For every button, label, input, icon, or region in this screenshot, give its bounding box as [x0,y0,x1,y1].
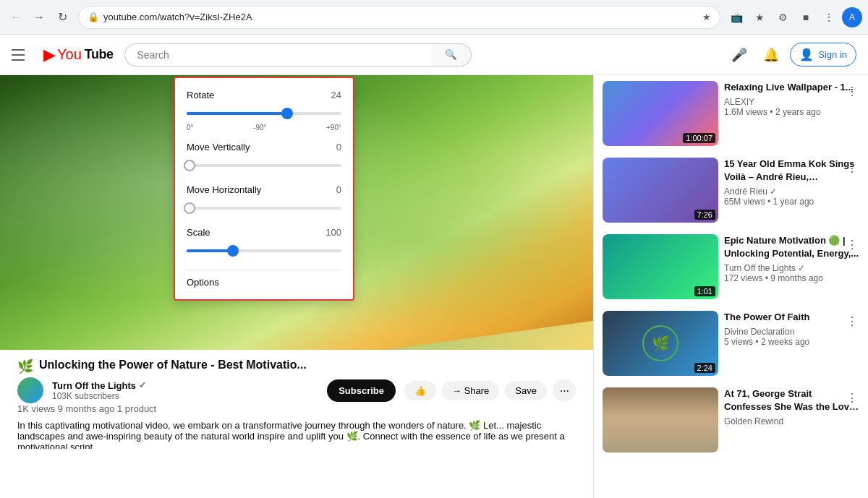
sidebar-item[interactable]: At 71, George Strait Confesses She Was t… [594,382,868,458]
sidebar-title-5: At 71, George Strait Confesses She Was t… [724,387,859,413]
rotate-slider-track [187,105,341,122]
sidebar-more-5[interactable]: ⋮ [842,387,862,408]
move-horizontally-slider-container [187,199,341,217]
sidebar-channel-3: Turn Off the Lights ✓ [724,263,859,273]
thumb-duration-3: 1:01 [694,286,715,296]
move-vertically-label: Move Vertically [187,142,250,153]
move-vertically-header-row: Move Vertically 0 [187,142,341,153]
move-vertically-slider-track [187,157,341,174]
channel-avatar-img [17,377,43,403]
sidebar-meta-4: 5 views • 2 weeks ago [724,337,859,347]
move-horizontally-slider-track [187,199,341,217]
sidebar-thumb-inner-4: 🌿 [642,325,678,361]
move-vertically-slider-bg [187,164,341,167]
scale-slider-fill [187,249,233,252]
move-vertically-slider-thumb[interactable] [184,160,195,171]
subscribe-button[interactable]: Subscribe [327,379,396,402]
youtube-logo-icon: ▶ [43,46,56,64]
address-bar[interactable]: 🔒 youtube.com/watch?v=ZiksI-ZHe2A ★ [78,6,720,29]
sidebar: 1:00:07 Relaxing Live Wallpaper - 1... A… [593,75,868,498]
sidebar-channel-4: Divine Declaration [724,327,859,337]
move-horizontally-header-row: Move Horizontally 0 [187,184,341,195]
title-emoji: 🌿 [17,359,33,374]
rotate-labels: 0° -90° +90° [187,124,341,132]
sign-in-label: Sign in [818,49,847,60]
sidebar-thumb-3: 1:01 [603,234,718,299]
move-vertically-value: 0 [336,142,341,153]
rotate-header-row: Rotate 24 [187,90,341,100]
channel-row: Turn Off the Lights ✓ 103K subscribers S… [17,377,576,403]
browser-actions: 📺 ★ ⚙ ■ ⋮ A [726,7,862,27]
sidebar-channel-2: André Rieu ✓ [724,186,859,197]
extensions-button[interactable]: ■ [796,7,816,27]
channel-name-row: Turn Off the Lights ✓ [52,380,318,391]
thumb-duration-2: 7:26 [694,210,715,220]
profile-button[interactable]: A [842,7,862,27]
sidebar-title-4: The Power Of Faith [724,311,859,324]
sidebar-more-2[interactable]: ⋮ [842,158,862,178]
sidebar-title-1: Relaxing Live Wallpaper - 1... [724,81,859,94]
sidebar-thumb-4: 🌿 2:24 [603,311,718,376]
scale-header-row: Scale 100 [187,227,341,238]
rotate-label-pos90: +90° [326,124,341,132]
sidebar-meta-1: 1.6M views • 2 years ago [724,107,859,117]
like-button[interactable]: 👍 [404,381,436,400]
sign-in-button[interactable]: 👤 Sign in [790,43,856,66]
more-actions-button[interactable]: ⋯ [553,379,576,402]
rotate-slider-container: 0° -90° +90° [187,105,341,132]
video-actions: 👍 → Share Save ⋯ [404,379,576,402]
sidebar-more-3[interactable]: ⋮ [842,234,862,254]
rotate-label-0: 0° [187,124,194,132]
sidebar-item[interactable]: 🌿 2:24 The Power Of Faith Divine Declara… [594,305,868,382]
sidebar-item[interactable]: 7:26 15 Year Old Emma Kok Sings Voilà – … [594,152,868,228]
rotate-slider-thumb[interactable] [281,108,293,119]
settings-button[interactable]: ⚙ [773,7,793,27]
refresh-button[interactable]: ↻ [52,7,72,27]
sidebar-text-4: The Power Of Faith Divine Declaration 5 … [724,311,859,376]
options-link[interactable]: Options [187,277,219,288]
video-title: Unlocking the Power of Nature - Best Mot… [39,359,307,372]
sidebar-text-3: Epic Nature Motivation 🟢 | Unlocking Pot… [724,234,859,299]
bookmark-button[interactable]: ★ [749,7,770,27]
youtube-logo[interactable]: ▶ YouTube [43,46,113,64]
sign-in-icon: 👤 [799,48,814,61]
menu-button[interactable]: ⋮ [819,7,839,27]
sidebar-meta-2: 65M views • 1 year ago [724,197,859,207]
move-horizontally-slider-thumb[interactable] [184,202,195,214]
video-section-inner: Rotate 24 0° -90° +90° [0,75,593,458]
sidebar-meta-3: 172 views • 9 months ago [724,273,859,283]
sidebar-thumb-2: 7:26 [603,158,718,223]
rotate-slider-fill [187,112,287,115]
sidebar-item[interactable]: 1:00:07 Relaxing Live Wallpaper - 1... A… [594,75,868,152]
channel-subs: 103K subscribers [52,391,318,401]
video-info: 🌿 Unlocking the Power of Nature - Best M… [0,350,593,458]
channel-avatar[interactable] [17,377,43,403]
search-button[interactable]: 🔍 [431,43,472,66]
sidebar-thumb-5 [603,387,718,452]
sidebar-title-3: Epic Nature Motivation 🟢 | Unlocking Pot… [724,234,859,260]
video-stats: 1K views 9 months ago 1 product [17,403,576,414]
scale-slider-container [187,242,341,259]
share-button[interactable]: → Share [442,381,499,400]
scale-value: 100 [326,227,341,238]
hamburger-menu[interactable] [12,45,32,65]
sidebar-title-2: 15 Year Old Emma Kok Sings Voilà – André… [724,158,859,184]
scale-slider-thumb[interactable] [227,245,239,257]
sidebar-item[interactable]: 1:01 Epic Nature Motivation 🟢 | Unlockin… [594,228,868,305]
sidebar-more-1[interactable]: ⋮ [842,81,862,101]
notifications-button[interactable]: 🔔 [758,42,784,68]
mic-button[interactable]: 🎤 [726,42,752,68]
search-input[interactable] [124,43,431,66]
video-description: In this captivating motivational video, … [17,420,576,449]
yt-red-part: You [57,46,82,63]
forward-button[interactable]: → [29,7,49,27]
scale-slider-bg [187,249,341,252]
sidebar-text-2: 15 Year Old Emma Kok Sings Voilà – André… [724,158,859,223]
back-button[interactable]: ← [6,7,26,27]
cast-button[interactable]: 📺 [726,7,746,27]
verified-icon: ✓ [139,380,146,390]
move-vertically-slider-container [187,157,341,174]
main-layout: Rotate 24 0° -90° +90° [0,75,868,498]
sidebar-more-4[interactable]: ⋮ [842,311,862,331]
save-button[interactable]: Save [505,381,547,400]
